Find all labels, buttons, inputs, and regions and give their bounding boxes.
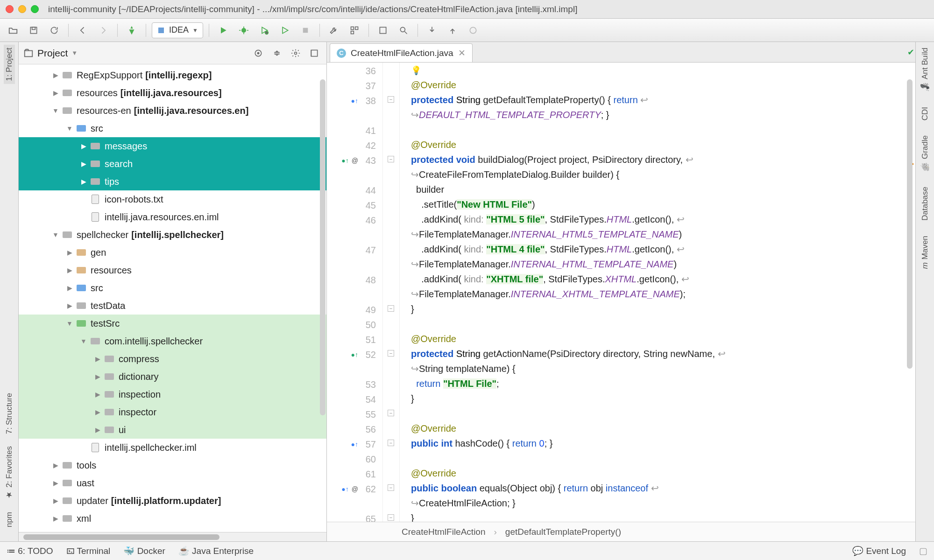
tree-item[interactable]: intellij.spellchecker.iml (19, 439, 326, 456)
gear-icon[interactable] (288, 46, 303, 61)
database-tool-tab[interactable]: Database (920, 184, 931, 224)
tree-item[interactable]: ▶resources (19, 261, 326, 279)
save-icon[interactable] (25, 22, 42, 39)
tree-arrow-icon[interactable]: ▶ (93, 408, 102, 416)
cdi-tool-tab[interactable]: CDI (920, 104, 931, 123)
tree-arrow-icon[interactable]: ▶ (51, 515, 60, 522)
tree-item[interactable]: ▶xml (19, 510, 326, 527)
java-ee-tool-button[interactable]: ☕ Java Enterprise (178, 546, 254, 556)
tree-item[interactable]: icon-robots.txt (19, 190, 326, 208)
tree-arrow-icon[interactable]: ▶ (79, 142, 88, 150)
editor-body[interactable]: 3637●↑384142●↑@434445464748495051●↑52535… (327, 63, 915, 522)
search-icon[interactable] (395, 22, 412, 39)
fold-toggle-icon[interactable]: − (388, 96, 394, 103)
tree-arrow-icon[interactable]: ▶ (79, 160, 88, 168)
project-scrollbar[interactable] (320, 79, 325, 415)
tree-arrow-icon[interactable]: ▶ (93, 426, 102, 434)
breadcrumb-item[interactable]: getDefaultTemplateProperty() (505, 527, 621, 537)
hide-panel-icon[interactable] (307, 46, 322, 61)
tree-item[interactable]: ▶tools (19, 456, 326, 474)
tree-item[interactable]: intellij.java.resources.en.iml (19, 208, 326, 226)
wrench-icon[interactable] (325, 22, 342, 39)
breadcrumb-item[interactable]: CreateHtmlFileAction (402, 527, 486, 537)
project-hscrollbar[interactable] (19, 532, 326, 541)
tree-arrow-icon[interactable]: ▶ (51, 479, 60, 487)
tree-item[interactable]: ▼resources-en [intellij.java.resources.e… (19, 102, 326, 119)
favorites-tool-tab[interactable]: ★ 2: Favorites (4, 443, 15, 503)
tree-arrow-icon[interactable]: ▶ (65, 284, 74, 292)
terminal-tool-button[interactable]: Terminal (66, 546, 111, 556)
tree-item[interactable]: ▶search (19, 155, 326, 173)
sdk-icon[interactable] (375, 22, 391, 39)
npm-tool-tab[interactable]: npm (4, 509, 15, 530)
minimize-window-button[interactable] (18, 5, 26, 13)
ant-build-tool-tab[interactable]: 🐜 Ant Build (920, 45, 931, 95)
code-viewport[interactable]: 💡@Overrideprotected String getDefaultTem… (400, 63, 915, 522)
tree-item[interactable]: ▼com.intellij.spellchecker (19, 332, 326, 350)
project-tool-tab[interactable]: 1: Project (4, 45, 15, 84)
tree-item[interactable]: ▶inspection (19, 385, 326, 403)
debug-icon[interactable] (235, 22, 252, 39)
tree-arrow-icon[interactable]: ▼ (51, 107, 60, 114)
structure-tool-tab[interactable]: 7: Structure (4, 390, 15, 437)
collapse-all-icon[interactable] (269, 46, 284, 61)
close-tab-icon[interactable]: ✕ (458, 48, 466, 58)
line-number-gutter[interactable]: 3637●↑384142●↑@434445464748495051●↑52535… (327, 63, 383, 522)
todo-tool-button[interactable]: ≔ 6: TODO (7, 546, 53, 556)
run-config-selector[interactable]: IDEA ▼ (152, 22, 203, 38)
tree-arrow-icon[interactable]: ▼ (79, 337, 88, 345)
zoom-window-button[interactable] (31, 5, 39, 13)
tree-item[interactable]: ▶messages (19, 137, 326, 155)
tree-item[interactable]: ▶src (19, 279, 326, 297)
tree-arrow-icon[interactable]: ▶ (79, 178, 88, 185)
tree-item[interactable]: ▶inspector (19, 403, 326, 421)
fold-toggle-icon[interactable]: − (388, 156, 394, 162)
editor-scrollbar[interactable] (907, 79, 913, 369)
run-icon[interactable] (215, 22, 232, 39)
gradle-tool-tab[interactable]: 🐘 Gradle (920, 133, 931, 175)
build-icon[interactable] (123, 22, 140, 39)
tree-arrow-icon[interactable]: ▼ (65, 320, 74, 327)
close-window-button[interactable] (6, 5, 14, 13)
tree-item[interactable]: ▶dictionary (19, 368, 326, 385)
run-coverage-icon[interactable] (256, 22, 273, 39)
refresh-icon[interactable] (46, 22, 63, 39)
project-structure-icon[interactable] (346, 22, 363, 39)
tree-arrow-icon[interactable]: ▶ (51, 71, 60, 79)
tree-arrow-icon[interactable]: ▶ (93, 355, 102, 363)
fold-gutter[interactable]: −−−−−−−− (383, 63, 400, 522)
tree-item[interactable]: ▼src (19, 119, 326, 137)
tree-item[interactable]: ▼spellchecker [intellij.spellchecker] (19, 226, 326, 244)
tree-arrow-icon[interactable]: ▶ (65, 249, 74, 256)
tree-arrow-icon[interactable]: ▶ (93, 373, 102, 380)
chevron-down-icon[interactable]: ▼ (71, 49, 78, 56)
tree-item[interactable]: ▶uast (19, 474, 326, 492)
status-corner-icon[interactable]: ▢ (919, 546, 927, 556)
vcs-update-icon[interactable] (424, 22, 440, 39)
forward-icon[interactable] (95, 22, 112, 39)
vcs-history-icon[interactable] (465, 22, 481, 39)
tree-arrow-icon[interactable]: ▶ (51, 497, 60, 504)
tree-item[interactable]: ▶ui (19, 421, 326, 439)
tree-item[interactable]: ▶gen (19, 244, 326, 261)
fold-toggle-icon[interactable]: − (388, 484, 394, 491)
profile-icon[interactable] (276, 22, 293, 39)
vcs-commit-icon[interactable] (444, 22, 461, 39)
tree-item[interactable]: ▶resources [intellij.java.resources] (19, 84, 326, 102)
open-file-icon[interactable] (5, 22, 21, 39)
tree-arrow-icon[interactable]: ▶ (93, 391, 102, 398)
project-tree[interactable]: ▶RegExpSupport [intellij.regexp]▶resourc… (19, 64, 326, 532)
tree-item[interactable]: ▶RegExpSupport [intellij.regexp] (19, 66, 326, 84)
tree-arrow-icon[interactable]: ▶ (65, 266, 74, 274)
event-log-button[interactable]: 💬 Event Log (852, 546, 906, 556)
tree-item[interactable]: ▶updater [intellij.platform.updater] (19, 492, 326, 510)
tree-arrow-icon[interactable]: ▶ (65, 302, 74, 309)
tree-arrow-icon[interactable]: ▼ (51, 231, 60, 238)
locate-icon[interactable] (251, 46, 266, 61)
docker-tool-button[interactable]: 🐳 Docker (123, 546, 165, 556)
fold-toggle-icon[interactable]: − (388, 305, 394, 312)
maven-tool-tab[interactable]: m Maven (920, 233, 931, 272)
stop-icon[interactable] (297, 22, 314, 39)
tree-item[interactable]: ▶compress (19, 350, 326, 368)
back-icon[interactable] (74, 22, 91, 39)
